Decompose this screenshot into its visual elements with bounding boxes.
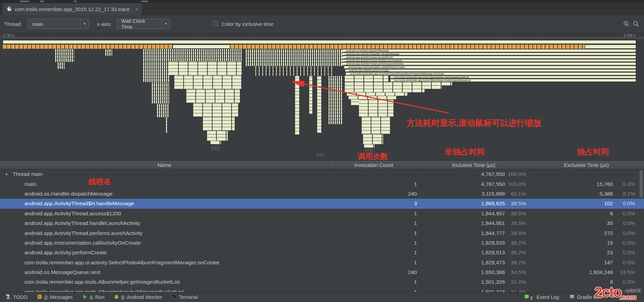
flame-call-cluster[interactable]	[364, 144, 374, 148]
table-row[interactable]: android.app.Instrumentation.callActivity…	[0, 238, 644, 248]
table-row[interactable]: android.app.ActivityThread.handleLaunchA…	[0, 218, 644, 228]
column-header-exclusive-time[interactable]: Exclusive Time (µs)	[528, 161, 644, 169]
flame-frame[interactable]: android.os.Handler.dispatchMessage	[341, 49, 636, 52]
column-header-invocation-count[interactable]: Invocation Count	[329, 161, 419, 169]
flame-call-cluster[interactable]	[193, 103, 238, 117]
trace-file-tab[interactable]: com.troila.remember.app_2015.12.22_17.33…	[2, 3, 143, 15]
flame-frame[interactable]: com.troila.remember.app.tools.AlbumHelpe…	[390, 79, 636, 82]
svg-text:>_: >_	[172, 296, 175, 299]
method-name: android.app.ActivityThread.performLaunch…	[25, 230, 143, 236]
editor-tab-bar: com.troila.remember.app_2015.12.22_17.33…	[0, 3, 644, 15]
column-header-inclusive-time[interactable]: Inclusive Time (µs)	[419, 161, 528, 169]
flame-call-cluster[interactable]	[203, 117, 235, 131]
inclusive-time-cell: 1,844,95738.5%	[419, 210, 528, 217]
table-scrollbar-thumb[interactable]	[640, 170, 643, 198]
table-row[interactable]: android.app.ActivityThread.access$120011…	[0, 209, 644, 218]
close-icon[interactable]: ×	[135, 6, 138, 12]
table-row[interactable]: com.troila.remember.app.ui.activity.Sele…	[0, 258, 644, 267]
flame-long-call-bar[interactable]	[585, 45, 636, 49]
trace-toolbar: Thread: main ▼ x-axis: Wall Clock Time ▼…	[0, 15, 644, 33]
flame-call-cluster[interactable]	[345, 89, 425, 93]
method-name: android.app.ActivityThread$H.handleMessa…	[25, 200, 134, 207]
flame-call-cluster[interactable]	[317, 76, 321, 133]
flame-call-cluster[interactable]	[309, 76, 312, 114]
invocation-count-cell: 240	[329, 191, 419, 197]
flame-call-cluster[interactable]	[157, 104, 169, 117]
zoom-fit-icon[interactable]	[623, 21, 630, 27]
flame-frame[interactable]: android.app.Instrumentation.callActivity…	[344, 66, 636, 69]
trace-viewer-window: com.troila.remember.app_2015.12.22_17.33…	[0, 0, 644, 302]
inclusive-time-cell: 1,501,31831.4%	[419, 289, 528, 292]
table-row[interactable]: android.app.ActivityThread$H.handleMessa…	[0, 199, 644, 208]
table-row[interactable]: android.os.Handler.dispatchMessage2403,1…	[0, 189, 644, 199]
status-bar: TODO0: Messages4: Run6: Android Monitor>…	[0, 292, 644, 302]
flame-call-cluster[interactable]	[207, 131, 228, 141]
flame-call-cluster[interactable]	[186, 89, 240, 103]
flame-call-cluster[interactable]	[55, 49, 74, 62]
flame-call-cluster[interactable]	[347, 93, 407, 96]
flame-call-cluster[interactable]	[255, 66, 335, 76]
flame-frame[interactable]: android.app.Activity.performCreate	[345, 69, 636, 72]
flame-call-cluster[interactable]	[143, 49, 242, 62]
flame-long-call-bar[interactable]	[173, 45, 230, 49]
color-by-inclusive-checkbox[interactable]	[213, 21, 218, 27]
flame-call-cluster[interactable]	[143, 62, 169, 82]
statusbar-item-event-log[interactable]: 2Event Log	[524, 294, 559, 301]
exclusive-time-cell: 73,2991.5%	[528, 289, 638, 292]
flame-call-cluster[interactable]	[174, 75, 242, 89]
timeline-ruler[interactable]: 0.724 s 5.199 s	[0, 33, 644, 39]
search-icon[interactable]	[633, 21, 639, 27]
flame-frame[interactable]: android.app.ActivityThread$H.handleMessa…	[342, 53, 636, 56]
flame-frame[interactable]: com.troila.remember.app.tools.AlbumHelpe…	[390, 76, 636, 79]
flame-frame[interactable]: android.app.ActivityThread.handleLaunchA…	[342, 59, 636, 62]
flame-call-cluster[interactable]	[295, 76, 299, 135]
expander-icon[interactable]: ▼	[5, 172, 10, 176]
statusbar-item-gradle-con[interactable]: Gradle Con	[569, 294, 603, 300]
table-row[interactable]: com.troila.remember.app.tools.AlbumHelpe…	[0, 277, 644, 287]
flame-busy-band[interactable]	[3, 45, 636, 49]
flame-call-cluster[interactable]	[349, 96, 397, 100]
statusbar-item-run[interactable]: 4: Run	[82, 294, 105, 300]
flame-call-cluster[interactable]	[345, 82, 452, 86]
flame-main-bar[interactable]	[3, 40, 636, 44]
method-name: android.os.MessageQueue.next	[25, 269, 100, 275]
flame-call-cluster[interactable]	[211, 141, 221, 144]
flame-call-cluster[interactable]	[169, 62, 242, 75]
statusbar-item-todo[interactable]: TODO	[6, 294, 28, 300]
flame-call-cluster[interactable]	[246, 49, 343, 66]
xaxis-select[interactable]: Wall Clock Time ▼	[117, 19, 170, 29]
column-header-name[interactable]: Name	[0, 161, 329, 169]
flame-call-cluster[interactable]	[58, 62, 65, 69]
statusbar-item-android-monitor[interactable]: 6: Android Monitor	[114, 294, 162, 300]
table-row[interactable]: android.app.Activity.performCreate11,829…	[0, 248, 644, 257]
flame-call-cluster[interactable]	[166, 117, 168, 133]
flame-call-cluster[interactable]	[345, 86, 442, 89]
flame-call-cluster[interactable]	[345, 79, 388, 82]
table-row[interactable]: android.app.ActivityThread.performLaunch…	[0, 228, 644, 238]
flame-call-cluster[interactable]	[363, 134, 383, 144]
flame-chart[interactable]: android.os.Handler.dispatchMessageandroi…	[0, 39, 644, 161]
method-name: android.app.ActivityThread.handleLaunchA…	[25, 220, 140, 226]
statusbar-item-messages[interactable]: 0: Messages	[37, 294, 73, 300]
flame-call-cluster[interactable]	[359, 100, 393, 117]
method-name: Thread main	[13, 171, 43, 177]
flame-frame[interactable]: android.app.ActivityThread.performLaunch…	[342, 62, 636, 65]
table-row[interactable]: com.troila.remember.app.tools.AlbumHelpe…	[0, 287, 644, 292]
exclusive-time-cell: 230.0%	[528, 249, 638, 256]
statusbar-item-label: 0: Messages	[45, 294, 73, 300]
flame-call-cluster[interactable]	[152, 82, 169, 104]
flame-frame[interactable]: com.troila.remember.app.ui.activity.Sele…	[345, 72, 636, 75]
method-name: android.app.ActivityThread.access$1200	[25, 210, 121, 217]
statusbar-item-terminal[interactable]: >_Terminal	[171, 294, 198, 300]
flame-call-cluster[interactable]	[345, 76, 388, 79]
table-row[interactable]: android.os.MessageQueue.next2401,650,388…	[0, 267, 644, 277]
table-header: Name Invocation Count Inclusive Time (µs…	[0, 161, 644, 169]
todo-icon	[6, 294, 11, 300]
flame-call-cluster[interactable]	[105, 49, 112, 56]
event-count-badge: 2	[530, 296, 533, 301]
flame-frame[interactable]: android.app.ActivityThread.access$1200	[342, 56, 636, 59]
flame-call-cluster[interactable]	[362, 117, 390, 134]
thread-select[interactable]: main ▼	[28, 19, 89, 29]
invocation-count-cell: 1	[329, 210, 419, 217]
flame-call-cluster[interactable]	[329, 76, 342, 124]
